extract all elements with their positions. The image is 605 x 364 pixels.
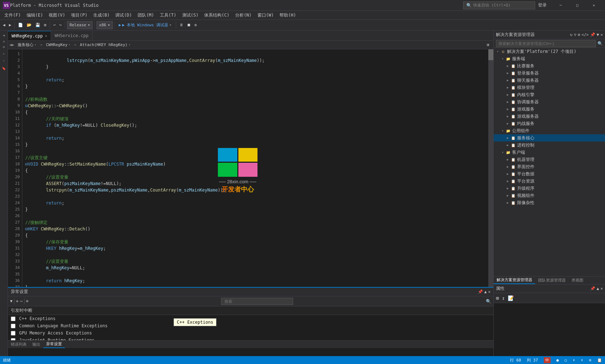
- bp-tab-error[interactable]: 错误列表: [8, 341, 30, 348]
- config-dropdown[interactable]: Release ▾: [67, 21, 93, 29]
- toolbar-btn-1[interactable]: ◀: [1, 22, 7, 28]
- bp-tab-output[interactable]: 输出: [30, 341, 43, 348]
- tree-item-procctl[interactable]: ▶ 📋 进程控制: [494, 141, 605, 149]
- left-panel-item-4[interactable]: ✦: [1, 50, 6, 57]
- left-panel-item-6[interactable]: 🔖: [1, 65, 6, 72]
- toolbar-btn-redo[interactable]: ↪: [58, 22, 63, 28]
- run-button[interactable]: ▶ ▶ 本地 Windows 调试器 ▾: [117, 22, 174, 28]
- bp-filter-icon[interactable]: ▼: [10, 299, 13, 304]
- bp-pin-icon[interactable]: 📌: [478, 289, 483, 294]
- se-viewcode-icon[interactable]: </>: [582, 32, 589, 37]
- login-button[interactable]: 登录: [538, 2, 547, 8]
- menu-view[interactable]: 视图(V): [46, 12, 68, 19]
- prop-expand-icon[interactable]: ▲: [597, 286, 599, 291]
- tree-item-uictrl[interactable]: ▶ 📋 界面控件: [494, 163, 605, 170]
- bp-item-1[interactable]: Common Language Runtime Exceptions: [8, 322, 493, 329]
- nav-context-dropdown[interactable]: 服务核心 ▾: [15, 41, 39, 48]
- toolbar-btn-saveall[interactable]: ⊞: [42, 22, 48, 28]
- se-expand-icon[interactable]: ▼: [597, 32, 599, 37]
- tree-item-bisai[interactable]: ▶ 📋 比赛服务: [494, 62, 605, 69]
- menu-debug[interactable]: 调试(D): [112, 12, 135, 19]
- platform-dropdown[interactable]: x86 ▾: [97, 21, 113, 29]
- tree-item-upgrade[interactable]: ▶ 📋 升级程序: [494, 185, 605, 192]
- bp-tree-icon[interactable]: ≡: [26, 299, 28, 304]
- menu-team[interactable]: 团队(M): [135, 12, 157, 19]
- bp-item-2-check[interactable]: [11, 331, 15, 336]
- nav-right-arrow[interactable]: ▶: [12, 42, 14, 47]
- tree-item-module[interactable]: ▶ 📋 模块管理: [494, 84, 605, 91]
- left-panel-item-5[interactable]: ⚡: [1, 58, 6, 64]
- tree-item-svccore[interactable]: ▶ 📋 服务核心: [494, 134, 605, 141]
- bp-search-icon[interactable]: 🔍: [486, 299, 491, 304]
- prop-grid-icon[interactable]: ⊞: [496, 295, 499, 301]
- tree-item-login[interactable]: ▶ 📋 登录服务器: [494, 69, 605, 77]
- bp-item-3[interactable]: JavaScript Runtime Exceptions: [8, 337, 493, 340]
- se-search-input[interactable]: [496, 40, 596, 47]
- se-sync-icon[interactable]: ↻: [570, 32, 573, 37]
- bp-close-icon[interactable]: ✕: [488, 289, 490, 294]
- bp-search-input[interactable]: [221, 298, 293, 305]
- toolbar-btn-new[interactable]: 📄: [17, 22, 24, 28]
- prop-detail-icon[interactable]: 📝: [508, 295, 514, 301]
- nav-left-arrow[interactable]: ◀: [9, 42, 12, 47]
- nav-method-dropdown[interactable]: Attach(HKEY hRegKey) ▾: [78, 42, 133, 48]
- se-pin-icon[interactable]: 📌: [590, 32, 595, 37]
- menu-arch[interactable]: 体系结构(C): [201, 12, 232, 19]
- maximize-button[interactable]: □: [569, 0, 586, 11]
- tree-folder-common[interactable]: ▾ 📁 公用组件: [494, 127, 605, 134]
- left-panel-item-1[interactable]: ◀: [1, 32, 6, 39]
- bp-add-icon[interactable]: +: [16, 298, 19, 304]
- tab-whregkey[interactable]: WHRegKey.cpp ✕: [8, 31, 51, 40]
- menu-edit[interactable]: 编辑(E): [24, 12, 46, 19]
- tree-folder-client[interactable]: ▾ 📁 客户端: [494, 149, 605, 156]
- menu-tools[interactable]: 工具(T): [157, 12, 179, 19]
- tree-item-video[interactable]: ▶ 📋 视频组件: [494, 192, 605, 199]
- se-props-icon[interactable]: ⚙: [578, 32, 580, 37]
- bp-item-0[interactable]: C++ Exceptions: [8, 315, 493, 322]
- left-panel-item-2[interactable]: ≡: [1, 39, 6, 44]
- tree-item-machine[interactable]: ▶ 📋 机器管理: [494, 156, 605, 163]
- menu-test[interactable]: 测试(S): [179, 12, 202, 19]
- tree-item-gamesvr[interactable]: ▶ 📋 游戏服务器: [494, 113, 605, 120]
- toolbar-btn-stop[interactable]: ⏹: [185, 22, 192, 28]
- code-editor[interactable]: 12345 678910 1112131415 1617181920 21222…: [8, 49, 493, 288]
- prop-close-icon[interactable]: ✕: [600, 286, 603, 291]
- bp-remove-icon[interactable]: −: [20, 298, 23, 304]
- se-tab-class[interactable]: 类视图: [569, 277, 586, 284]
- close-button[interactable]: ✕: [586, 0, 602, 11]
- bp-item-2[interactable]: GPU Memory Access Exceptions: [8, 329, 493, 337]
- se-tab-solution[interactable]: 解决方案资源管理器: [494, 277, 535, 284]
- nav-scroll-icon[interactable]: ⊞: [487, 42, 492, 47]
- menu-analyze[interactable]: 分析(N): [232, 12, 255, 19]
- se-tab-team[interactable]: 团队资源管理器: [535, 277, 569, 284]
- minimize-button[interactable]: ─: [552, 0, 569, 11]
- toolbar-btn-pause[interactable]: ⏸: [178, 22, 185, 28]
- tree-solution[interactable]: ▾ ⊡ 解决方案'Platform'(27 个项目): [494, 48, 605, 55]
- tab-whservice[interactable]: WHService.cpp: [51, 31, 93, 40]
- nav-class-dropdown[interactable]: CWHRegKey ▾: [44, 42, 72, 48]
- se-close-icon[interactable]: ✕: [600, 32, 603, 37]
- tab-whregkey-close[interactable]: ✕: [45, 34, 47, 38]
- bp-tab-exceptions[interactable]: 异常设置: [43, 341, 65, 348]
- code-content[interactable]: lstrcpyn(m_szMainKeyName,pWinApp->m_pszA…: [22, 49, 488, 288]
- menu-window[interactable]: 窗口(W): [255, 12, 277, 19]
- toolbar-btn-undo[interactable]: ↩: [52, 22, 57, 28]
- toolbar-btn-2[interactable]: ▶: [8, 22, 13, 28]
- tree-item-chat[interactable]: ▶ 📋 聊天服务器: [494, 77, 605, 84]
- editor-scrollbar[interactable]: [488, 49, 493, 288]
- left-panel-item-3[interactable]: ⊞: [1, 45, 6, 49]
- tree-item-misc[interactable]: ▶ 📋 限像杂性: [494, 199, 605, 206]
- status-icon-chinese[interactable]: 中: [544, 357, 551, 363]
- toolbar-btn-more[interactable]: ⚙: [193, 22, 198, 28]
- tree-item-platdata[interactable]: ▶ 📋 平台数据: [494, 170, 605, 177]
- tree-item-coord[interactable]: ▶ 📋 协调服务器: [494, 98, 605, 105]
- tree-folder-server[interactable]: ▾ 📁 服务端: [494, 55, 605, 62]
- bp-item-1-check[interactable]: [11, 324, 15, 328]
- bp-item-0-check[interactable]: [11, 316, 15, 321]
- toolbar-btn-open[interactable]: 📂: [25, 22, 33, 28]
- tree-item-platres[interactable]: ▶ 📋 平台资源: [494, 177, 605, 185]
- toolbar-btn-save[interactable]: 💾: [34, 22, 42, 28]
- menu-project[interactable]: 项目(P): [68, 12, 90, 19]
- prop-sort-icon[interactable]: ↕: [502, 295, 505, 301]
- se-filter-icon[interactable]: ▽: [574, 32, 577, 37]
